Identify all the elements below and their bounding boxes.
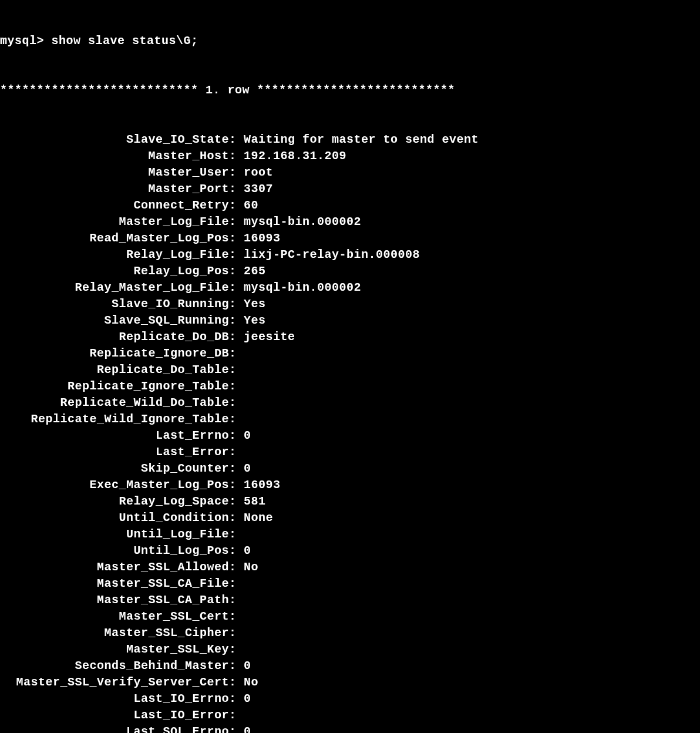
command-line: mysql> show slave status\G; [0, 33, 700, 49]
status-row: Seconds_Behind_Master: 0 [0, 658, 700, 674]
field-label: Replicate_Ignore_DB: [0, 345, 244, 362]
status-row: Master_SSL_Cipher: [0, 625, 700, 641]
status-row: Replicate_Do_Table: [0, 362, 700, 378]
field-label: Master_SSL_Allowed: [0, 559, 244, 576]
field-label: Until_Log_Pos: [0, 543, 244, 559]
status-row: Last_Error: [0, 444, 700, 460]
status-row: Replicate_Ignore_DB: [0, 345, 700, 362]
status-row: Slave_IO_Running: Yes [0, 296, 700, 312]
field-label: Relay_Master_Log_File: [0, 280, 244, 296]
status-row: Replicate_Wild_Do_Table: [0, 395, 700, 411]
field-value: 3307 [244, 181, 273, 197]
field-label: Last_Errno: [0, 428, 244, 444]
field-label: Last_IO_Error: [0, 707, 244, 724]
field-label: Connect_Retry: [0, 197, 244, 214]
field-value: 60 [244, 197, 258, 214]
field-value: No [244, 559, 258, 576]
field-label: Master_SSL_Verify_Server_Cert: [0, 674, 244, 691]
status-row: Master_SSL_Verify_Server_Cert: No [0, 674, 700, 691]
status-row: Last_IO_Errno: 0 [0, 691, 700, 707]
field-value: 0 [244, 428, 251, 444]
status-row: Slave_IO_State: Waiting for master to se… [0, 132, 700, 148]
field-value: 16093 [244, 477, 281, 493]
status-row: Relay_Log_Pos: 265 [0, 263, 700, 280]
field-label: Master_Port: [0, 181, 244, 197]
status-row: Replicate_Ignore_Table: [0, 378, 700, 395]
field-label: Replicate_Do_DB: [0, 329, 244, 345]
field-value: 581 [244, 493, 266, 510]
field-value: root [244, 164, 273, 181]
field-label: Master_SSL_CA_File: [0, 576, 244, 592]
status-row: Master_SSL_Allowed: No [0, 559, 700, 576]
field-value: 0 [244, 543, 251, 559]
field-value: 16093 [244, 230, 281, 247]
field-label: Relay_Log_Pos: [0, 263, 244, 280]
field-value: jeesite [244, 329, 295, 345]
status-row: Last_Errno: 0 [0, 428, 700, 444]
status-row: Relay_Log_Space: 581 [0, 493, 700, 510]
field-value: 0 [244, 658, 251, 674]
field-label: Slave_IO_Running: [0, 296, 244, 312]
field-label: Skip_Counter: [0, 460, 244, 477]
field-label: Relay_Log_Space: [0, 493, 244, 510]
field-label: Slave_SQL_Running: [0, 312, 244, 329]
status-row: Last_SQL_Errno: 0 [0, 724, 700, 733]
status-row: Master_Host: 192.168.31.209 [0, 148, 700, 164]
field-value: Yes [244, 312, 266, 329]
field-label: Master_Log_File: [0, 214, 244, 230]
field-label: Replicate_Do_Table: [0, 362, 244, 378]
field-label: Relay_Log_File: [0, 247, 244, 263]
field-value: Waiting for master to send event [244, 132, 479, 148]
status-row: Exec_Master_Log_Pos: 16093 [0, 477, 700, 493]
field-value: mysql-bin.000002 [244, 214, 361, 230]
status-row: Replicate_Do_DB: jeesite [0, 329, 700, 345]
field-value: 0 [244, 460, 251, 477]
field-label: Master_SSL_Key: [0, 641, 244, 658]
status-row: Until_Condition: None [0, 510, 700, 526]
field-value: Yes [244, 296, 266, 312]
field-value: No [244, 674, 258, 691]
status-row: Master_Port: 3307 [0, 181, 700, 197]
status-row: Master_Log_File: mysql-bin.000002 [0, 214, 700, 230]
status-row: Skip_Counter: 0 [0, 460, 700, 477]
mysql-prompt: mysql> [0, 34, 52, 48]
status-row: Replicate_Wild_Ignore_Table: [0, 411, 700, 428]
field-label: Master_SSL_Cipher: [0, 625, 244, 641]
field-label: Read_Master_Log_Pos: [0, 230, 244, 247]
status-row: Connect_Retry: 60 [0, 197, 700, 214]
field-label: Last_IO_Errno: [0, 691, 244, 707]
status-row: Until_Log_Pos: 0 [0, 543, 700, 559]
status-row: Master_User: root [0, 164, 700, 181]
field-label: Master_SSL_CA_Path: [0, 592, 244, 608]
status-row: Master_SSL_Key: [0, 641, 700, 658]
status-fields: Slave_IO_State: Waiting for master to se… [0, 132, 700, 733]
status-row: Until_Log_File: [0, 526, 700, 543]
field-label: Replicate_Wild_Ignore_Table: [0, 411, 244, 428]
field-label: Until_Condition: [0, 510, 244, 526]
field-label: Until_Log_File: [0, 526, 244, 543]
status-row: Master_SSL_Cert: [0, 608, 700, 625]
field-value: None [244, 510, 273, 526]
field-value: 0 [244, 691, 251, 707]
field-label: Last_SQL_Errno: [0, 724, 244, 733]
field-value: mysql-bin.000002 [244, 280, 361, 296]
command-text: show slave status\G; [52, 34, 198, 48]
status-row: Master_SSL_CA_File: [0, 576, 700, 592]
row-header: *************************** 1. row *****… [0, 82, 700, 99]
terminal-output: mysql> show slave status\G; ************… [0, 0, 700, 733]
field-value: lixj-PC-relay-bin.000008 [244, 247, 420, 263]
field-label: Master_SSL_Cert: [0, 608, 244, 625]
field-value: 0 [244, 724, 251, 733]
status-row: Relay_Log_File: lixj-PC-relay-bin.000008 [0, 247, 700, 263]
field-label: Replicate_Wild_Do_Table: [0, 395, 244, 411]
status-row: Master_SSL_CA_Path: [0, 592, 700, 608]
status-row: Last_IO_Error: [0, 707, 700, 724]
field-label: Master_User: [0, 164, 244, 181]
field-label: Slave_IO_State: [0, 132, 244, 148]
field-value: 192.168.31.209 [244, 148, 346, 164]
field-value: 265 [244, 263, 266, 280]
field-label: Master_Host: [0, 148, 244, 164]
status-row: Read_Master_Log_Pos: 16093 [0, 230, 700, 247]
field-label: Seconds_Behind_Master: [0, 658, 244, 674]
field-label: Last_Error: [0, 444, 244, 460]
